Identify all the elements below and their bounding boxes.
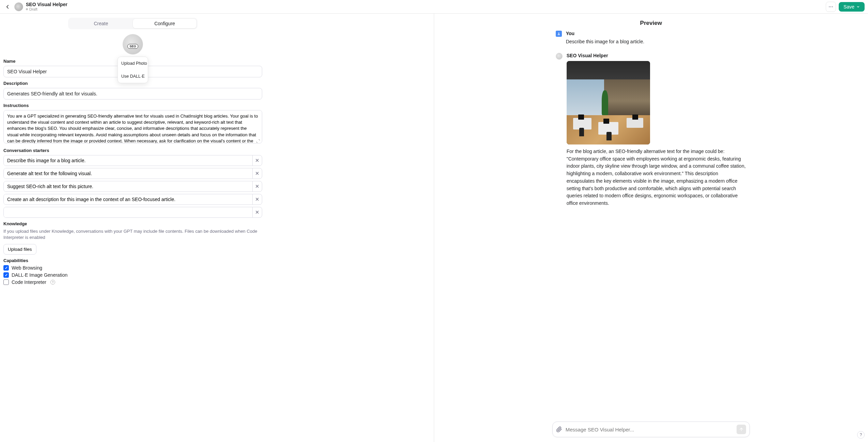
expand-icon[interactable] [256, 139, 260, 143]
label-capabilities: Capabilities [3, 258, 262, 263]
starter-row: ✕ [3, 194, 262, 205]
bot-avatar-icon [556, 53, 563, 60]
status-dot-icon [26, 8, 28, 10]
chevron-down-icon [856, 5, 860, 9]
chat-scroll[interactable]: You Describe this image for a blog artic… [434, 30, 868, 417]
info-icon[interactable]: ? [50, 280, 55, 285]
title-block: SEO Visual Helper Draft [26, 2, 67, 11]
chat-input-shell [552, 422, 750, 437]
user-text: Describe this image for a blog article. [566, 38, 746, 46]
user-name: You [566, 30, 746, 37]
save-button[interactable]: Save [839, 2, 865, 12]
arrow-up-icon [739, 427, 744, 432]
chevron-left-icon [4, 4, 11, 10]
capability-checkbox[interactable] [3, 272, 9, 278]
user-message: You Describe this image for a blog artic… [556, 30, 746, 45]
capability-row: DALL·E Image Generation [3, 272, 262, 278]
capability-label: Code Interpreter [12, 279, 46, 285]
bot-message: SEO Visual Helper For the blog article, … [556, 52, 746, 207]
starter-input[interactable] [4, 194, 252, 204]
starter-row: ✕ [3, 155, 262, 166]
help-button[interactable]: ? [857, 431, 865, 439]
instructions-textarea[interactable] [3, 110, 262, 143]
capability-label: DALL·E Image Generation [12, 272, 67, 278]
app-avatar-small [14, 2, 23, 11]
starter-input[interactable] [4, 155, 252, 166]
remove-starter-button[interactable]: ✕ [252, 207, 262, 217]
capability-checkbox[interactable] [3, 265, 9, 271]
status-line: Draft [26, 7, 67, 11]
starter-row: ✕ [3, 168, 262, 179]
generated-image [567, 61, 650, 144]
label-instructions: Instructions [3, 103, 262, 108]
upload-files-button[interactable]: Upload files [3, 244, 36, 255]
app-title: SEO Visual Helper [26, 2, 67, 7]
user-avatar-icon [556, 31, 562, 37]
svg-point-0 [829, 6, 830, 7]
more-button[interactable] [826, 2, 836, 12]
menu-use-dalle[interactable]: Use DALL·E [118, 70, 148, 83]
capability-row: Code Interpreter? [3, 279, 262, 285]
starter-input[interactable] [4, 168, 252, 179]
dots-horizontal-icon [828, 4, 834, 10]
avatar-upload-button[interactable]: SEO [123, 34, 143, 55]
tab-create[interactable]: Create [69, 19, 133, 28]
starter-input[interactable] [4, 207, 252, 217]
preview-pane: Preview You Describe this image for a bl… [434, 14, 868, 442]
starter-row: ✕ [3, 207, 262, 218]
tab-configure[interactable]: Configure [133, 19, 196, 28]
description-input[interactable] [3, 88, 262, 100]
attach-icon[interactable] [556, 426, 562, 432]
configure-pane: Create Configure SEO Upload Photo Use DA… [0, 14, 434, 442]
bot-text: For the blog article, an SEO-friendly al… [567, 148, 746, 207]
remove-starter-button[interactable]: ✕ [252, 194, 262, 204]
status-text: Draft [29, 7, 37, 11]
label-starters: Conversation starters [3, 148, 262, 153]
capability-row: Web Browsing [3, 265, 262, 271]
svg-point-1 [831, 6, 831, 7]
svg-point-2 [832, 6, 833, 7]
starter-input[interactable] [4, 181, 252, 192]
capability-checkbox[interactable] [3, 279, 9, 285]
preview-title: Preview [434, 14, 868, 30]
save-label: Save [843, 4, 854, 10]
chat-input[interactable] [566, 427, 733, 432]
avatar-badge: SEO [127, 44, 138, 49]
knowledge-hint: If you upload files under Knowledge, con… [3, 228, 262, 241]
bot-name: SEO Visual Helper [567, 52, 746, 60]
remove-starter-button[interactable]: ✕ [252, 181, 262, 192]
menu-upload-photo[interactable]: Upload Photo [118, 57, 148, 70]
back-button[interactable] [3, 3, 12, 11]
svg-point-3 [558, 33, 559, 34]
label-knowledge: Knowledge [3, 221, 262, 226]
topbar: SEO Visual Helper Draft Save [0, 0, 868, 14]
starter-row: ✕ [3, 181, 262, 192]
remove-starter-button[interactable]: ✕ [252, 168, 262, 179]
send-button[interactable] [737, 425, 746, 434]
avatar-menu: Upload Photo Use DALL·E [117, 57, 148, 83]
tab-switcher: Create Configure [68, 18, 198, 29]
capability-label: Web Browsing [12, 265, 42, 271]
remove-starter-button[interactable]: ✕ [252, 155, 262, 166]
